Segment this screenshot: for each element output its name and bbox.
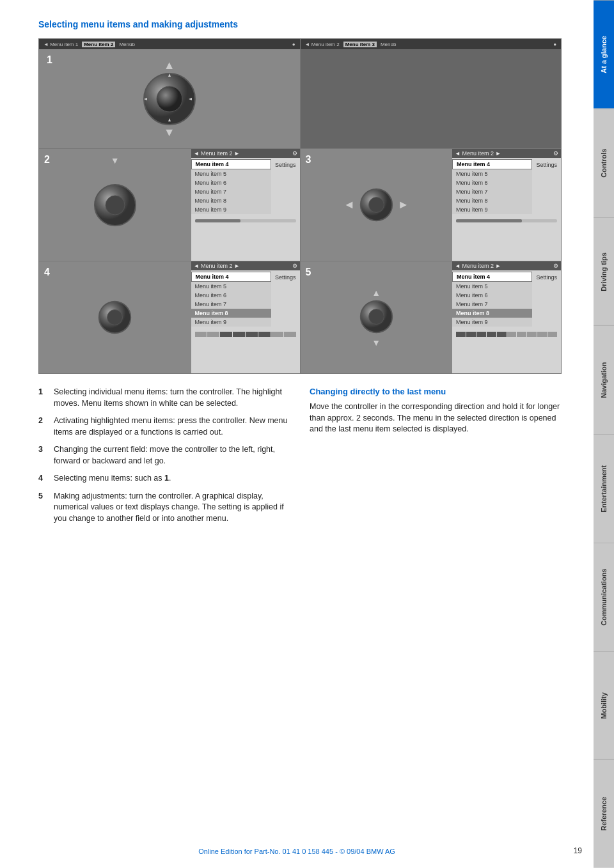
menu-list-2: ◄ Menu item 2 ► ⚙ Menu item 4 Menu item … [191, 149, 300, 261]
step-2-label: 2 [44, 154, 50, 166]
controller-knob-1: ▲ ▼ [141, 70, 198, 128]
section-heading: Selecting menu items and making adjustme… [38, 19, 562, 29]
sidebar: At a glance Controls Driving tips Naviga… [594, 0, 614, 868]
menu-header-2: ◄ Menu item 2 ► [194, 150, 240, 157]
screenshot-top-right: ◄ Menu item 2 Menu item 3 Menüb ● [301, 39, 562, 148]
item-number-5: 5 [38, 491, 49, 525]
sidebar-tab-communications[interactable]: Communications [594, 543, 614, 651]
top-right-itemb: Menüb [379, 42, 398, 47]
sidebar-tab-at-a-glance[interactable]: At a glance [594, 0, 614, 109]
item-number-1: 1 [38, 387, 49, 409]
item-text-4: Selecting menu items: such as 1. [54, 473, 290, 484]
settings-label-2: Settings [271, 159, 300, 171]
screenshot-1: ◄ Menu item 1 Menu item 2 Menüb ● 1 ▲ ▼ [39, 39, 300, 148]
menu-item-1-label: ◄ Menu item 1 [42, 42, 80, 47]
svg-point-5 [368, 198, 384, 213]
step-5-label: 5 [306, 267, 311, 278]
svg-point-3 [106, 196, 125, 215]
screenshot-3: 3 ◄ [301, 149, 562, 261]
item-number-3: 3 [38, 444, 49, 467]
numbered-list-column: 1 Selecting individual menu items: turn … [38, 387, 290, 531]
sidebar-tab-driving-tips[interactable]: Driving tips [594, 217, 614, 326]
item-number-2: 2 [38, 415, 49, 438]
step-1-label: 1 [47, 54, 52, 66]
svg-point-1 [157, 86, 182, 112]
main-content: Selecting menu items and making adjustme… [0, 0, 594, 556]
svg-point-7 [107, 310, 123, 325]
changing-directly-heading: Changing directly to the last menu [310, 387, 562, 396]
changing-directly-body: Move the controller in the corresponding… [310, 401, 562, 435]
menu-row-highlighted-8: Menu item 8 [191, 309, 271, 318]
menu-item-2-active: Menu item 2 [82, 42, 115, 47]
item-text-1: Selecting individual menu items: turn th… [54, 387, 290, 409]
sidebar-tab-entertainment[interactable]: Entertainment [594, 434, 614, 543]
menu-header-3: ◄ Menu item 2 ► [455, 150, 501, 157]
settings-label-4: Settings [271, 272, 300, 283]
menu-header-5: ◄ Menu item 2 ► [455, 263, 501, 269]
item-text-3: Changing the current field: move the con… [54, 444, 290, 467]
list-item-4: 4 Selecting menu items: such as 1. [38, 473, 290, 484]
item-text-2: Activating highlighted menu items: press… [54, 415, 290, 438]
settings-label-3: Settings [532, 159, 561, 171]
menu-list-4: ◄ Menu item 2 ► ⚙ Menu item 4 Menu item … [191, 261, 300, 373]
screenshot-5: 5 ▲ ▼ [301, 261, 562, 373]
sidebar-tab-controls[interactable]: Controls [594, 109, 614, 217]
step-4-label: 4 [44, 267, 50, 278]
menu-row-6a: Menu item 6 [191, 178, 271, 187]
menu-row-8a: Menu item 8 [191, 196, 271, 205]
sidebar-tab-navigation[interactable]: Navigation [594, 325, 614, 434]
menu-list-3: ◄ Menu item 2 ► ⚙ Menu item 4 Menu item … [452, 149, 561, 261]
text-columns: 1 Selecting individual menu items: turn … [38, 387, 562, 531]
list-item-1: 1 Selecting individual menu items: turn … [38, 387, 290, 409]
item-number-4: 4 [38, 473, 49, 484]
top-right-item3-active: Menu item 3 [343, 42, 377, 47]
menu-header-4: ◄ Menu item 2 ► [194, 263, 240, 269]
svg-point-9 [368, 309, 384, 324]
changing-directly-column: Changing directly to the last menu Move … [310, 387, 562, 531]
step-3-label: 3 [306, 154, 311, 166]
screenshots-area: ◄ Menu item 1 Menu item 2 Menüb ● 1 ▲ ▼ [38, 38, 562, 374]
page-number: 19 [574, 846, 582, 855]
menu-row-highlighted-8b: Menu item 8 [452, 309, 532, 318]
menu-row-9a: Menu item 9 [191, 205, 271, 214]
settings-label-5: Settings [532, 272, 561, 283]
sidebar-tab-reference[interactable]: Reference [594, 759, 614, 868]
screenshot-4: 4 ◄ [39, 261, 300, 373]
list-item-3: 3 Changing the current field: move the c… [38, 444, 290, 467]
list-item-5: 5 Making adjustments: turn the controlle… [38, 491, 290, 525]
list-item-2: 2 Activating highlighted menu items: pre… [38, 415, 290, 438]
menu-item-b-label: Menüb [117, 42, 136, 47]
menu-row-sel-3: Menu item 4 [452, 159, 532, 169]
footer: Online Edition for Part-No. 01 41 0 158 … [0, 848, 594, 855]
item-text-5: Making adjustments: turn the controller.… [54, 491, 290, 525]
screenshot-2: 2 ▼ [39, 149, 300, 261]
sidebar-tab-mobility[interactable]: Mobility [594, 651, 614, 760]
menu-row-7a: Menu item 7 [191, 187, 271, 196]
footer-text: Online Edition for Part-No. 01 41 0 158 … [198, 848, 395, 855]
menu-row-5a: Menu item 5 [191, 169, 271, 178]
top-right-item2: ◄ Menu item 2 [303, 42, 342, 47]
menu-list-5: ◄ Menu item 2 ► ⚙ Menu item 4 Menu item … [452, 261, 561, 373]
menu-row-selected-4: Menu item 4 [191, 159, 271, 169]
